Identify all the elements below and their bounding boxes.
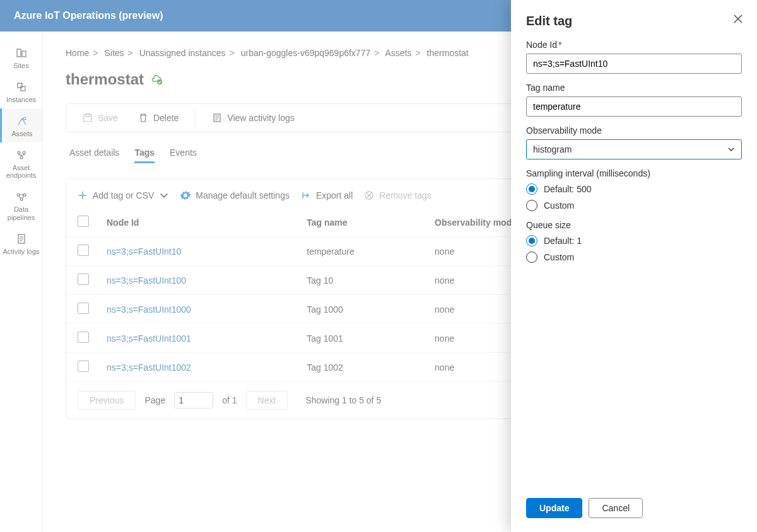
radio-icon bbox=[526, 200, 537, 211]
close-button[interactable] bbox=[733, 14, 743, 26]
panel-title: Edit tag bbox=[526, 14, 742, 28]
chevron-down-icon bbox=[727, 146, 735, 153]
tag-name-label: Tag name bbox=[526, 83, 742, 93]
observability-select[interactable]: histogram bbox=[526, 139, 742, 159]
radio-icon bbox=[526, 235, 537, 246]
observability-label: Observability mode bbox=[526, 125, 742, 136]
sampling-default-radio[interactable]: Default: 500 bbox=[526, 183, 742, 195]
queue-default-radio[interactable]: Default: 1 bbox=[526, 235, 742, 246]
close-icon bbox=[733, 14, 743, 24]
tag-name-input[interactable] bbox=[526, 96, 742, 117]
cancel-button[interactable]: Cancel bbox=[589, 498, 643, 518]
sampling-label: Sampling interval (milliseconds) bbox=[526, 168, 742, 178]
radio-icon bbox=[526, 183, 537, 195]
radio-icon bbox=[526, 252, 537, 263]
update-button[interactable]: Update bbox=[526, 498, 582, 518]
queue-custom-radio[interactable]: Custom bbox=[526, 252, 742, 263]
edit-tag-panel: Edit tag Node Id* Tag name Observability… bbox=[511, 0, 757, 532]
node-id-label: Node Id* bbox=[526, 40, 742, 50]
queue-label: Queue size bbox=[526, 220, 742, 230]
node-id-input[interactable] bbox=[526, 54, 742, 74]
sampling-custom-radio[interactable]: Custom bbox=[526, 200, 742, 211]
